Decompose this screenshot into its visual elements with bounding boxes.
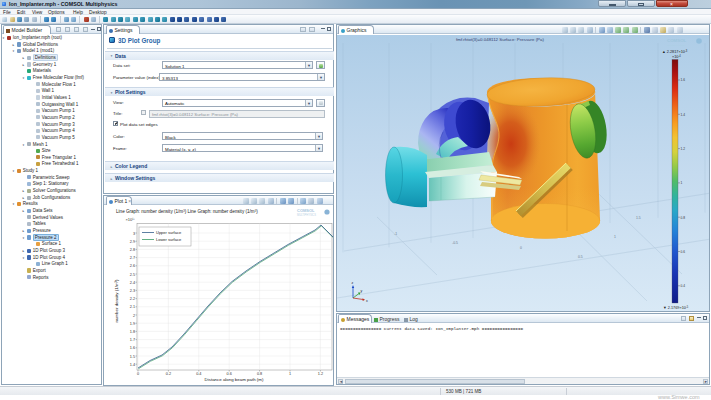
svg-text:1.4: 1.4 [681, 113, 686, 117]
svg-text:1.2: 1.2 [318, 372, 323, 376]
svg-text:2.3: 2.3 [130, 289, 135, 293]
svg-text:2.6: 2.6 [130, 264, 135, 268]
svg-text:MULTIPHYSICS: MULTIPHYSICS [297, 213, 316, 217]
svg-text:Distance along beam path (m): Distance along beam path (m) [205, 377, 264, 382]
svg-text:1.7: 1.7 [130, 338, 135, 342]
svg-text:2.9: 2.9 [130, 240, 135, 244]
svg-text:x: x [366, 299, 368, 303]
svg-text:▲ 2.2817×10-3: ▲ 2.2817×10-3 [662, 49, 688, 54]
svg-text:1.2: 1.2 [681, 147, 686, 151]
svg-text:0.4: 0.4 [196, 372, 201, 376]
svg-text:1.6: 1.6 [681, 78, 686, 82]
svg-text:2: 2 [133, 314, 135, 318]
svg-text:1.4: 1.4 [130, 363, 135, 367]
svg-text:1: 1 [614, 235, 616, 239]
svg-text:y: y [361, 289, 363, 293]
svg-text:0.8: 0.8 [257, 372, 262, 376]
svg-text:1.5: 1.5 [130, 355, 135, 359]
svg-text:1.9: 1.9 [130, 322, 135, 326]
svg-text:COMSOL: COMSOL [297, 208, 315, 213]
svg-text:0.5: 0.5 [578, 255, 583, 259]
svg-text:2.4: 2.4 [130, 281, 135, 285]
svg-text:0.6: 0.6 [227, 372, 232, 376]
svg-text:-0.5: -0.5 [452, 241, 458, 245]
svg-text:2.5: 2.5 [130, 273, 135, 277]
svg-text:0.4: 0.4 [681, 284, 686, 288]
svg-text:0: 0 [137, 372, 139, 376]
svg-text:0: 0 [520, 246, 522, 250]
svg-text:0.2: 0.2 [166, 372, 171, 376]
svg-text:1.6: 1.6 [130, 346, 135, 350]
svg-text:Upper surface: Upper surface [156, 230, 182, 235]
svg-text:2.8: 2.8 [130, 248, 135, 252]
svg-text:number density (1/m³): number density (1/m³) [114, 279, 119, 322]
svg-text:0.6: 0.6 [681, 250, 686, 254]
svg-text:3: 3 [133, 232, 135, 236]
svg-text:MULTIPHYSICS: MULTIPHYSICS [667, 44, 686, 47]
svg-text:1.5: 1.5 [636, 216, 641, 220]
svg-text:COMSOL: COMSOL [667, 38, 687, 43]
svg-text:Lower surface: Lower surface [156, 237, 182, 242]
svg-text:2.2: 2.2 [130, 297, 135, 301]
svg-text:fmf.rhtot(3)=0.048112 Surface: fmf.rhtot(3)=0.048112 Surface: Pressure … [456, 37, 544, 42]
svg-text:1.8: 1.8 [130, 330, 135, 334]
svg-text:Line Graph: number density (1/: Line Graph: number density (1/m³) Line G… [116, 209, 258, 214]
svg-text:-1: -1 [394, 232, 397, 236]
svg-text:×10¹⁷: ×10¹⁷ [125, 217, 135, 222]
svg-text:▼ 2.1769×10-5: ▼ 2.1769×10-5 [663, 305, 689, 310]
svg-text:z: z [352, 281, 354, 285]
svg-text:2.7: 2.7 [130, 256, 135, 260]
svg-text:1: 1 [289, 372, 291, 376]
svg-text:2.1: 2.1 [130, 305, 135, 309]
svg-text:1: 1 [681, 181, 683, 185]
svg-text:0.8: 0.8 [681, 216, 686, 220]
